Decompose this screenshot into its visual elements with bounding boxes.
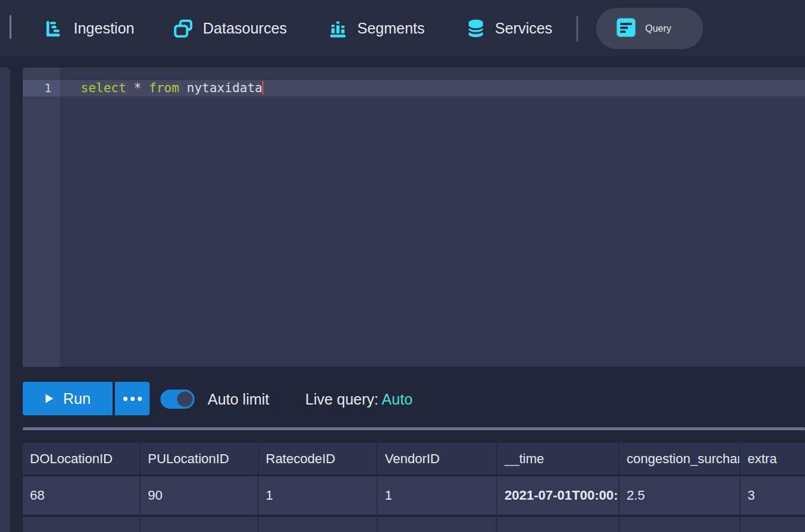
editor-code-line[interactable]: select * from nytaxidata xyxy=(81,80,263,96)
column-header[interactable]: DOLocationID xyxy=(23,443,141,475)
nav-label-services: Services xyxy=(495,20,552,37)
run-button-group: Run xyxy=(23,382,150,415)
table-cell[interactable]: 2.5 xyxy=(619,476,740,515)
sql-keyword: select xyxy=(81,81,126,95)
auto-limit-toggle[interactable] xyxy=(160,390,195,409)
live-query-label: Live query: Auto xyxy=(305,390,412,409)
column-header[interactable]: VendorID xyxy=(378,443,497,475)
live-query-value[interactable]: Auto xyxy=(382,391,412,408)
sql-editor[interactable]: 1 select * from nytaxidata xyxy=(23,68,805,367)
query-card-icon xyxy=(616,17,636,40)
top-nav-bar: Ingestion Datasources xyxy=(0,0,805,57)
sql-keyword: from xyxy=(149,81,180,95)
column-header[interactable]: extra xyxy=(740,443,805,475)
table-cell[interactable]: 90 xyxy=(141,476,259,515)
table-header-row: DOLocationID PULocationID RatecodeID Ven… xyxy=(23,443,805,475)
table-cell[interactable]: 1 xyxy=(259,476,378,515)
column-header[interactable]: __time xyxy=(497,443,619,475)
table-cell[interactable]: 68 xyxy=(23,476,141,515)
nav-label-segments: Segments xyxy=(357,20,425,37)
sql-text: nytaxidata xyxy=(179,81,262,95)
bar-chart-icon xyxy=(329,19,347,38)
more-icon xyxy=(123,397,142,401)
sql-text: * xyxy=(126,81,149,95)
nav-item-datasources[interactable]: Datasources xyxy=(174,0,287,57)
run-button-label: Run xyxy=(63,390,91,408)
nav-section-divider xyxy=(576,16,578,42)
panel-splitter-handle[interactable] xyxy=(23,427,805,430)
live-query-caption: Live query: xyxy=(305,391,382,408)
nav-left-divider xyxy=(10,15,11,39)
editor-line-number: 1 xyxy=(23,80,60,96)
text-cursor xyxy=(262,81,263,95)
database-icon xyxy=(467,19,485,38)
table-cell[interactable]: 3 xyxy=(740,476,805,515)
table-cell[interactable]: 1 xyxy=(378,476,497,515)
run-button[interactable]: Run xyxy=(23,382,113,415)
table-row xyxy=(23,517,805,532)
nav-item-ingestion[interactable]: Ingestion xyxy=(45,0,134,57)
table-cell[interactable] xyxy=(259,517,378,532)
nav-item-query-active[interactable]: Query xyxy=(596,8,703,49)
table-cell-time[interactable]: 2021-07-01T00:00:00.000Z xyxy=(497,476,619,515)
gantt-chart-icon xyxy=(45,19,63,38)
nav-item-services[interactable]: Services xyxy=(467,0,552,57)
table-cell[interactable] xyxy=(619,517,740,532)
play-icon xyxy=(45,393,54,404)
nav-label-ingestion: Ingestion xyxy=(74,20,134,37)
column-header[interactable]: RatecodeID xyxy=(259,443,378,475)
table-row: 68 90 1 1 2021-07-01T00:00:00.000Z 2.5 3 xyxy=(23,476,805,515)
nav-label-query: Query xyxy=(645,23,672,34)
table-cell[interactable] xyxy=(141,517,259,532)
column-header[interactable]: congestion_surcharge xyxy=(619,443,740,475)
table-cell[interactable] xyxy=(378,517,497,532)
toggle-knob xyxy=(177,391,193,407)
table-cell[interactable] xyxy=(497,517,619,532)
nav-item-segments[interactable]: Segments xyxy=(329,0,425,57)
left-panel-edge[interactable] xyxy=(0,68,10,532)
auto-limit-label: Auto limit xyxy=(208,390,269,409)
table-cell[interactable] xyxy=(23,517,141,532)
table-cell[interactable] xyxy=(740,517,805,532)
stacked-squares-icon xyxy=(174,19,193,38)
run-more-options-button[interactable] xyxy=(115,382,150,415)
editor-gutter xyxy=(23,68,60,367)
column-header[interactable]: PULocationID xyxy=(141,443,259,475)
nav-label-datasources: Datasources xyxy=(203,20,287,37)
query-results-table: DOLocationID PULocationID RatecodeID Ven… xyxy=(23,443,805,532)
